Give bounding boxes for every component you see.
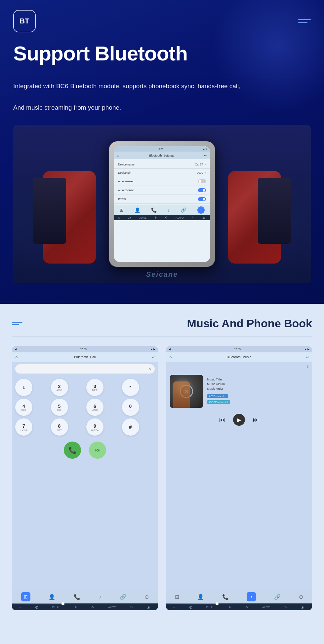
dial-key-0-sub: -	[130, 409, 131, 411]
music-back-icon[interactable]: ↩	[306, 355, 309, 359]
call-sys-ac[interactable]: ♻	[91, 606, 94, 609]
auto-connect-row[interactable]: Auto connect	[114, 186, 210, 195]
nav-link-icon[interactable]: 🔗	[181, 207, 186, 213]
dial-key-7[interactable]: 7 PQRS	[15, 418, 32, 436]
dial-key-4[interactable]: 4 GHI	[15, 399, 32, 416]
title-divider	[13, 73, 311, 73]
menu-button[interactable]	[298, 19, 311, 23]
music-nav-grid[interactable]: ⊞	[175, 594, 179, 600]
music-nav-bt[interactable]: ⊙	[299, 594, 303, 600]
music-sys-ac[interactable]: ♻	[245, 606, 248, 609]
power-label: Power	[118, 197, 126, 201]
music-nav-contact[interactable]: 👤	[197, 594, 204, 600]
bottom-ham-line-2	[12, 324, 19, 325]
music-status-time: 17:53	[234, 348, 241, 351]
music-prev-button[interactable]: ⏮	[219, 416, 225, 423]
sys-power[interactable]: ⏻	[128, 216, 131, 219]
sys-snow[interactable]: ❄	[154, 216, 157, 219]
dial-key-3[interactable]: 3 DEF	[86, 379, 103, 396]
dial-pad: 1 2 ABC 3 DEF * 4 GHI	[12, 376, 158, 438]
dial-key-star[interactable]: *	[122, 379, 139, 396]
vent-right	[258, 178, 291, 244]
dial-clear-icon[interactable]: ✕	[148, 367, 151, 371]
music-nav-link[interactable]: 🔗	[274, 594, 281, 600]
nav-contact-icon[interactable]: 👤	[135, 207, 140, 213]
nav-phone-icon[interactable]: 📞	[151, 207, 157, 213]
dial-key-6[interactable]: 6 MNO	[86, 399, 103, 416]
call-sys-vol[interactable]: 🔈	[147, 606, 151, 609]
music-sys-power[interactable]: ⏻	[189, 606, 192, 609]
call-sys-fan[interactable]: ↻	[130, 606, 133, 609]
power-row[interactable]: Power	[114, 195, 210, 204]
dial-key-4-sub: GHI	[21, 409, 26, 411]
dial-key-2[interactable]: 2 ABC	[51, 379, 68, 396]
auto-answer-toggle[interactable]	[198, 179, 206, 183]
dial-key-8[interactable]: 8 TUV	[51, 418, 68, 436]
sys-vol[interactable]: 🔈	[202, 216, 206, 219]
call-nav-link[interactable]: 🔗	[120, 594, 126, 600]
call-nav-contact[interactable]: 👤	[49, 594, 55, 600]
chevron-icon: ›	[205, 163, 206, 166]
call-sys-snow[interactable]: ❄	[74, 606, 77, 609]
music-progress-bar	[166, 603, 312, 604]
bottom-menu-icon[interactable]	[12, 322, 22, 325]
music-next-button[interactable]: ⏭	[253, 416, 259, 423]
call-bottom-nav: ⊞ 👤 📞 ♪ 🔗 ⊙	[12, 590, 158, 603]
auto-answer-row[interactable]: Auto answer	[114, 177, 210, 186]
music-sys-vol[interactable]: 🔈	[301, 606, 305, 609]
music-sys-home[interactable]: ⌂	[173, 606, 175, 609]
dial-key-9[interactable]: 9 WXYZ	[86, 418, 103, 436]
dial-key-4-main: 4	[22, 404, 25, 409]
recall-button[interactable]: Re	[89, 442, 106, 459]
home-icon[interactable]: ⌂	[117, 154, 119, 157]
call-home-icon[interactable]: ⌂	[15, 355, 18, 359]
nav-grid-icon[interactable]: ⊞	[120, 207, 124, 213]
auto-connect-toggle[interactable]	[198, 188, 206, 192]
nav-bt-icon[interactable]: ⊙	[197, 206, 205, 214]
music-status-bar: ◀ 17:53 ▲ ▶	[166, 346, 312, 352]
call-sys-power[interactable]: ⏻	[35, 606, 38, 609]
nav-music-icon[interactable]: ♪	[168, 207, 170, 213]
sys-dual[interactable]: DUAL	[139, 216, 146, 219]
music-sys-auto[interactable]: AUTO	[262, 606, 270, 609]
back-icon[interactable]: ↩	[204, 154, 207, 157]
sys-home[interactable]: ⌂	[118, 216, 120, 219]
call-nav-phone[interactable]: 📞	[74, 594, 80, 600]
music-home-icon[interactable]: ⌂	[169, 355, 172, 359]
call-button[interactable]: 📞	[64, 442, 81, 459]
sys-auto[interactable]: AUTO	[176, 216, 184, 219]
call-sys-dual[interactable]: DUAL	[52, 606, 60, 609]
dial-key-6-sub: MNO	[92, 409, 98, 411]
music-sys-fan[interactable]: ↻	[284, 606, 287, 609]
call-sys-home[interactable]: ⌂	[19, 606, 20, 609]
call-nav-bt[interactable]: ⊙	[144, 594, 149, 600]
dial-key-hash[interactable]: #	[122, 418, 139, 436]
music-back-arrow[interactable]: ◀	[169, 348, 171, 351]
dial-key-0[interactable]: 0 -	[122, 399, 139, 416]
music-nav-phone[interactable]: 📞	[222, 594, 229, 600]
device-pin-row[interactable]: Device pin 0000 ›	[114, 169, 210, 177]
device-name-row[interactable]: Device name CarBT ›	[114, 161, 210, 169]
music-sys-snow[interactable]: ❄	[228, 606, 231, 609]
dial-key-2-sub: ABC	[57, 389, 62, 391]
call-nav-music[interactable]: ♪	[99, 594, 101, 600]
call-sys-auto[interactable]: AUTO	[108, 606, 116, 609]
dial-key-1[interactable]: 1	[15, 379, 32, 396]
call-back-icon[interactable]: ↩	[152, 355, 155, 359]
music-note-icon[interactable]: ♪	[306, 364, 309, 370]
power-toggle[interactable]	[198, 197, 206, 201]
dial-key-5[interactable]: 5 JKL	[51, 399, 68, 416]
album-figure	[173, 381, 190, 408]
music-screen-card: ◀ 17:53 ▲ ▶ ⌂ Bluetooth_Music ↩ ♪ ⊙	[166, 346, 312, 610]
brand-logo: Seicane	[146, 270, 178, 279]
call-nav-grid[interactable]: ⊞	[21, 592, 30, 601]
sys-ac[interactable]: ♻	[165, 216, 168, 219]
music-play-button[interactable]: ▶	[233, 414, 245, 426]
dial-key-0-main: 0	[129, 404, 132, 409]
music-nav-music[interactable]: ♪	[247, 592, 256, 601]
music-sys-dual[interactable]: DUAL	[206, 606, 214, 609]
call-back-arrow[interactable]: ◀	[15, 348, 17, 351]
sys-fan[interactable]: ↻	[192, 216, 194, 219]
system-bar: ⌂ ⏻ DUAL ❄ ♻ AUTO ↻ 🔈	[114, 215, 210, 220]
dial-search-bar[interactable]: ✕	[15, 364, 155, 374]
